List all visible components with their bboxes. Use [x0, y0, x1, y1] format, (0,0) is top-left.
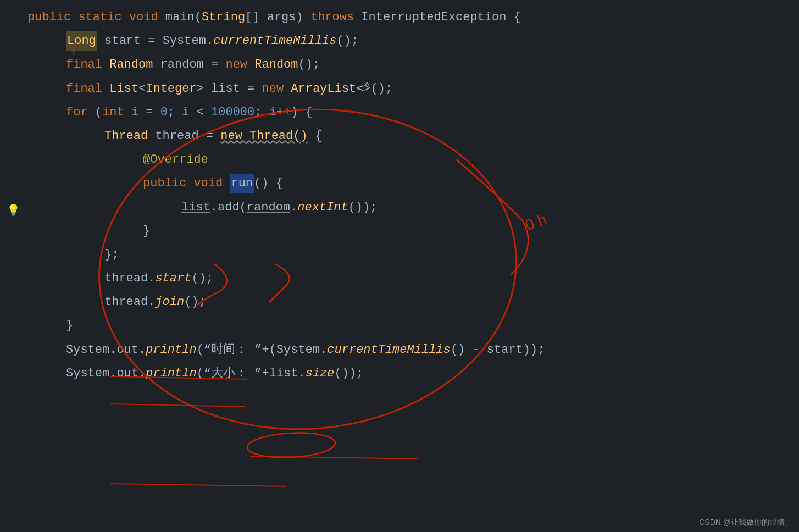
code-line: }; [0, 243, 799, 267]
code-token: Long [66, 31, 97, 51]
code-line: } [0, 314, 799, 337]
code-token: currentTimeMillis [327, 340, 450, 359]
code-token: ArrayList [291, 79, 356, 98]
code-token: () - start)); [451, 340, 545, 359]
code-token: } [66, 316, 73, 335]
code-token: . [148, 292, 155, 312]
code-token: new Thread() [220, 126, 307, 146]
code-token: < [138, 79, 146, 98]
code-token: 0 [160, 103, 168, 122]
code-token: } [143, 221, 150, 241]
code-token [71, 8, 78, 27]
code-token: ()); [335, 364, 364, 383]
code-token: 100000 [211, 103, 254, 122]
code-token: . [148, 269, 155, 288]
code-token: (); [184, 292, 206, 312]
code-token: currentTimeMillis [213, 31, 336, 51]
code-token: for [66, 103, 88, 122]
code-token: thread [104, 292, 148, 312]
code-line: thread.start(); [0, 267, 799, 290]
code-token: final [66, 79, 102, 98]
code-token: throws [310, 8, 354, 27]
code-token: (); [191, 269, 213, 288]
code-token [247, 55, 254, 74]
code-token: join [155, 292, 184, 312]
svg-line-5 [110, 484, 286, 486]
code-line: public void run() { [0, 171, 799, 195]
svg-point-6 [247, 431, 336, 459]
code-token: out [116, 340, 138, 359]
code-token: }; [104, 245, 119, 264]
code-line: Thread thread = new Thread() { [0, 124, 799, 148]
code-token: Random [254, 55, 298, 74]
code-token: void [193, 174, 223, 193]
code-token: . [138, 364, 146, 383]
code-token: final [66, 55, 102, 74]
lightbulb-icon: 💡 [7, 203, 20, 217]
code-token: System. [66, 364, 116, 383]
code-token: { [308, 126, 322, 146]
code-token: (); [298, 55, 320, 74]
code-token: @Override [143, 150, 208, 169]
code-token: add( [218, 198, 247, 217]
code-token: i = [124, 103, 160, 122]
code-token: thread = [148, 126, 220, 146]
code-token [284, 79, 291, 98]
code-token: [] args) [245, 8, 310, 27]
code-token [102, 79, 109, 98]
code-token: size [306, 364, 335, 383]
code-line: @Override [0, 148, 799, 171]
code-token: Integer [146, 79, 196, 98]
code-token: > list = [197, 79, 262, 98]
code-lines: public static void main(String[] args) t… [0, 5, 799, 385]
code-token: thread [104, 269, 148, 288]
svg-line-4 [250, 456, 418, 459]
code-token: println [146, 364, 196, 383]
code-token: . [138, 340, 146, 359]
code-token: ; i < [168, 103, 211, 122]
code-token: random = [153, 55, 225, 74]
code-token: void [129, 8, 158, 27]
code-token: println [146, 340, 196, 359]
svg-line-3 [110, 404, 245, 407]
code-token: start = System. [97, 31, 213, 51]
code-token [122, 8, 129, 27]
code-token: int [102, 103, 124, 122]
code-token: <̂>(); [356, 79, 400, 98]
code-token: (“时间： ”+(System. [197, 340, 328, 359]
code-token: ()); [348, 198, 378, 217]
code-line: for (int i = 0; i < 100000; i++) { [0, 101, 799, 124]
code-line: } [0, 219, 799, 243]
code-token: String [202, 8, 245, 27]
code-token: main( [158, 8, 202, 27]
code-line: Long start = System.currentTimeMillis(); [0, 29, 799, 53]
code-token: out [116, 364, 138, 383]
code-token: Random [109, 55, 153, 74]
code-line: public static void main(String[] args) t… [0, 5, 799, 29]
code-token: ( [88, 103, 102, 122]
code-token: (); [336, 31, 358, 51]
code-token: nextInt [297, 198, 348, 217]
code-token: List [109, 79, 138, 98]
code-token: () { [254, 174, 283, 193]
code-token: ; i++) { [254, 103, 313, 122]
code-token: (“大小： ”+list. [197, 364, 306, 383]
code-token: System. [66, 340, 116, 359]
code-token [186, 174, 193, 193]
code-token [102, 55, 109, 74]
code-token: public [143, 174, 186, 193]
code-token: static [78, 8, 121, 27]
code-token: public [27, 8, 71, 27]
code-line: System.out.println(“时间： ”+(System.curren… [0, 338, 799, 362]
code-token: Thread [104, 126, 148, 146]
code-token: start [155, 269, 191, 288]
code-token: InterruptedException { [354, 8, 521, 27]
code-token: . [210, 198, 218, 217]
code-line: final Random random = new Random(); [0, 53, 799, 76]
code-container: public static void main(String[] args) t… [0, 0, 799, 532]
code-token: random [247, 198, 290, 217]
code-token [223, 174, 230, 193]
watermark: CSDN @让我做你的眼睛、 [699, 518, 792, 528]
code-token: new [262, 79, 284, 98]
code-line: final List<Integer> list = new ArrayList… [0, 77, 799, 101]
